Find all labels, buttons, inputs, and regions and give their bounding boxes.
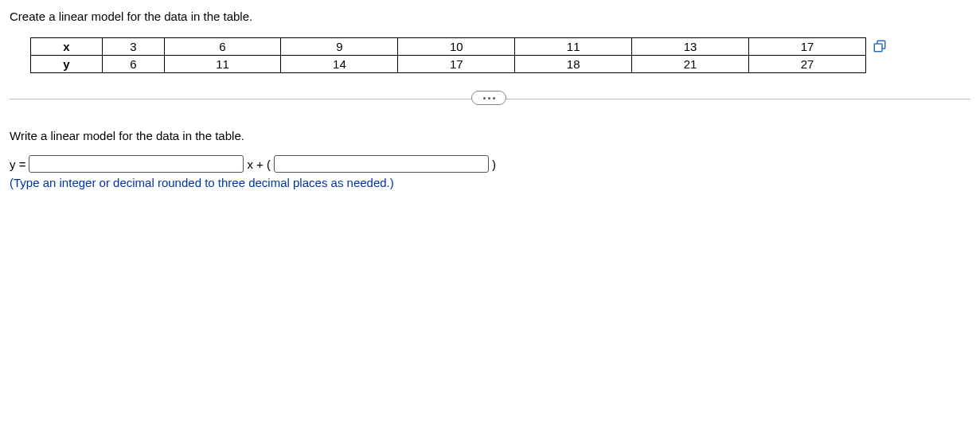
question-text: Create a linear model for the data in th… (10, 10, 970, 23)
row-header-x: x (31, 38, 103, 56)
cell: 17 (749, 38, 866, 56)
answer-row: y = x + ( ) (10, 155, 970, 173)
slope-input[interactable] (29, 155, 244, 173)
cell: 10 (398, 38, 515, 56)
copy-table-icon[interactable] (873, 39, 887, 56)
ellipsis-icon (483, 97, 495, 99)
sub-prompt: Write a linear model for the data in the… (10, 129, 970, 142)
svg-rect-1 (874, 44, 882, 52)
cell: 6 (103, 56, 165, 73)
cell: 17 (398, 56, 515, 73)
cell: 18 (515, 56, 632, 73)
table-row: y 6 11 14 17 18 21 27 (31, 56, 866, 73)
cell: 27 (749, 56, 866, 73)
cell: 6 (164, 38, 281, 56)
expand-more-button[interactable] (471, 91, 506, 105)
cell: 21 (632, 56, 749, 73)
equation-prefix: y = (10, 158, 25, 171)
cell: 3 (103, 38, 165, 56)
input-hint: (Type an integer or decimal rounded to t… (10, 176, 970, 189)
cell: 9 (281, 38, 398, 56)
data-table: x 3 6 9 10 11 13 17 y 6 11 14 17 18 21 2… (30, 37, 866, 73)
row-header-y: y (31, 56, 103, 73)
data-table-wrap: x 3 6 9 10 11 13 17 y 6 11 14 17 18 21 2… (30, 37, 970, 73)
equation-mid: x + ( (247, 158, 271, 171)
cell: 11 (164, 56, 281, 73)
cell: 11 (515, 38, 632, 56)
intercept-input[interactable] (274, 155, 489, 173)
cell: 13 (632, 38, 749, 56)
section-divider (10, 91, 970, 107)
cell: 14 (281, 56, 398, 73)
equation-suffix: ) (492, 158, 496, 171)
table-row: x 3 6 9 10 11 13 17 (31, 38, 866, 56)
